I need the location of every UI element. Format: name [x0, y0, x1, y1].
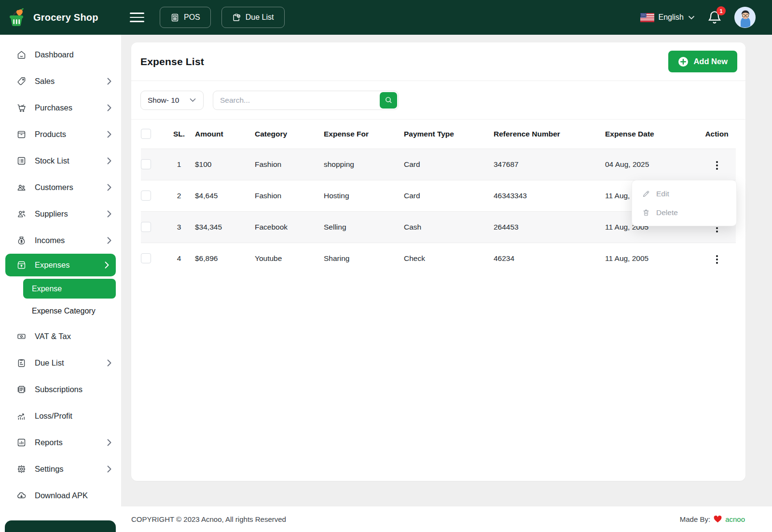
subscriptions-icon — [16, 384, 27, 395]
sidebar-item-label: Stock List — [35, 156, 69, 165]
grocery-basket-icon — [7, 7, 28, 27]
cell-expense-for: Hosting — [324, 180, 404, 211]
sidebar-item-label: Due List — [35, 358, 64, 368]
delete-menu-item[interactable]: Delete — [632, 203, 736, 222]
add-new-button[interactable]: Add New — [668, 51, 737, 72]
row-checkbox[interactable] — [141, 222, 151, 232]
cell-sl: 2 — [163, 180, 195, 211]
sidebar-item-label: Dashboard — [35, 50, 74, 59]
row-actions-kebab-icon[interactable] — [712, 158, 722, 173]
chevron-right-icon — [107, 184, 111, 191]
row-checkbox[interactable] — [141, 191, 151, 201]
pos-button[interactable]: POS — [160, 7, 211, 28]
sidebar-item-expenses[interactable]: Expenses — [5, 254, 116, 276]
sidebar-item-label: Products — [35, 130, 66, 139]
sidebar-item-download-apk[interactable]: Download APK — [0, 482, 121, 509]
cart-icon — [16, 103, 27, 113]
sidebar-item-loss-profit[interactable]: Loss/Profit — [0, 403, 121, 429]
sidebar-item-customers[interactable]: Customers — [0, 174, 121, 201]
chevron-down-icon — [189, 98, 196, 102]
row-checkbox[interactable] — [141, 159, 151, 169]
chevron-right-icon — [107, 210, 111, 218]
cell-reference: 347687 — [494, 149, 605, 180]
chevron-right-icon — [107, 157, 111, 164]
sidebar-item-incomes[interactable]: Incomes — [0, 227, 121, 254]
footer: COPYRIGHT © 2023 Acnoo, All rights Reser… — [121, 506, 772, 532]
cell-payment-type: Check — [404, 243, 494, 274]
header-expense-date: Expense Date — [605, 120, 698, 149]
chevron-right-icon — [107, 78, 111, 85]
expense-list-card: Expense List Add New Show- 10 — [131, 42, 745, 481]
sidebar-item-label: Incomes — [35, 236, 65, 245]
calculator-icon — [170, 13, 179, 22]
cell-category: Fashion — [255, 149, 324, 180]
sidebar-item-suppliers[interactable]: Suppliers — [0, 201, 121, 227]
cell-amount: $34,345 — [195, 211, 255, 243]
select-all-checkbox[interactable] — [141, 129, 151, 139]
sales-tag-icon — [16, 76, 27, 87]
search-input[interactable] — [214, 96, 380, 105]
sidebar-item-vat-tax[interactable]: VAT & Tax — [0, 323, 121, 350]
sidebar-item-products[interactable]: Products — [0, 121, 121, 148]
edit-menu-item[interactable]: Edit — [632, 184, 736, 203]
brand-name: Grocery Shop — [33, 12, 98, 23]
header-sl: SL. — [163, 120, 195, 149]
due-list-button[interactable]: Due List — [221, 7, 285, 28]
header-amount: Amount — [195, 120, 255, 149]
cell-category: Fashion — [255, 180, 324, 211]
sidebar-subitem-label: Expense — [32, 285, 62, 293]
cell-payment-type: Card — [404, 180, 494, 211]
cell-expense-date: 04 Aug, 2025 — [605, 149, 698, 180]
dashboard-icon — [16, 50, 27, 60]
language-label: English — [659, 13, 684, 22]
row-checkbox[interactable] — [141, 253, 151, 263]
cell-category: Youtube — [255, 243, 324, 274]
sidebar-item-settings[interactable]: Settings — [0, 456, 121, 482]
sidebar-item-reports[interactable]: Reports — [0, 429, 121, 456]
cell-amount: $6,896 — [195, 243, 255, 274]
avatar[interactable] — [734, 7, 756, 28]
notifications-button[interactable]: 1 — [707, 10, 722, 25]
suppliers-icon — [16, 209, 27, 219]
search-button[interactable] — [380, 92, 397, 109]
search-box — [213, 91, 399, 110]
cell-sl: 3 — [163, 211, 195, 243]
chevron-right-icon — [105, 261, 109, 269]
delete-label: Delete — [656, 208, 678, 217]
sidebar-item-subscriptions[interactable]: Subscriptions — [0, 376, 121, 403]
language-selector[interactable]: English — [640, 13, 695, 22]
cloud-download-icon — [16, 491, 27, 501]
sidebar-item-due-list[interactable]: Due List — [0, 350, 121, 376]
cell-reference: 264453 — [494, 211, 605, 243]
cell-payment-type: Cash — [404, 211, 494, 243]
header-action: Action — [698, 120, 736, 149]
sidebar-subitem-expense[interactable]: Expense — [23, 279, 116, 299]
chevron-right-icon — [107, 104, 111, 111]
sidebar-subitem-expense-category[interactable]: Expense Category — [23, 301, 116, 321]
show-entries-select[interactable]: Show- 10 — [140, 91, 204, 110]
clipboard-check-icon — [232, 13, 241, 22]
trash-icon — [642, 209, 650, 217]
hamburger-icon[interactable] — [130, 13, 144, 22]
sidebar-item-dashboard[interactable]: Dashboard — [0, 41, 121, 68]
sidebar-subitem-label: Expense Category — [32, 307, 96, 315]
sidebar-item-sales[interactable]: Sales — [0, 68, 121, 95]
chevron-right-icon — [107, 465, 111, 473]
notification-badge: 1 — [717, 6, 726, 15]
header-reference: Reference Number — [494, 120, 605, 149]
row-actions-kebab-icon[interactable] — [712, 252, 722, 267]
header-category: Category — [255, 120, 324, 149]
sidebar-item-stock-list[interactable]: Stock List — [0, 148, 121, 174]
sidebar-item-label: Expenses — [35, 260, 69, 270]
table-header-row: SL. Amount Category Expense For Payment … — [141, 120, 736, 149]
sidebar-item-purchases[interactable]: Purchases — [0, 95, 121, 121]
edit-label: Edit — [656, 190, 669, 198]
sidebar-bottom-card[interactable] — [5, 520, 116, 532]
list-icon — [16, 156, 27, 166]
sidebar-item-label: VAT & Tax — [35, 332, 71, 341]
sidebar-item-label: Reports — [35, 438, 63, 447]
made-by-brand-link[interactable]: acnoo — [725, 515, 745, 523]
customers-icon — [16, 182, 27, 193]
brand[interactable]: Grocery Shop — [0, 0, 121, 35]
chevron-right-icon — [107, 237, 111, 244]
